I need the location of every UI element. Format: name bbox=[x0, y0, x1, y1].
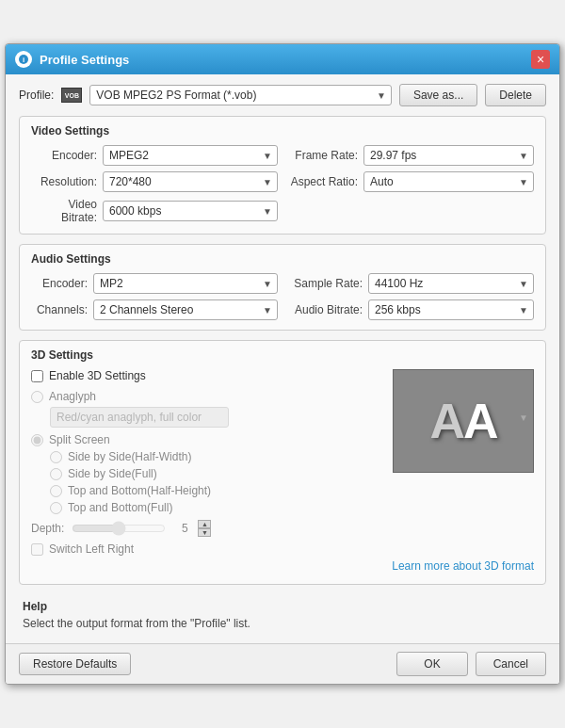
profile-settings-dialog: i Profile Settings × Profile: VOB VOB MP… bbox=[5, 43, 560, 685]
depth-label: Depth: bbox=[31, 522, 64, 535]
encoder-select-wrap: MPEG2 ▼ bbox=[103, 145, 278, 166]
profile-select-wrap: VOB MPEG2 PS Format (*.vob) ▼ bbox=[89, 85, 392, 105]
anaglyph-sub-select[interactable]: Red/cyan anaglyph, full color bbox=[50, 407, 229, 428]
anaglyph-radio[interactable] bbox=[31, 391, 43, 403]
audio-left-col: Encoder: MP2 ▼ Channels: 2 Channels bbox=[31, 273, 278, 320]
aspect-ratio-label: Aspect Ratio: bbox=[287, 175, 358, 188]
top-bottom-full-row: Top and Bottom(Full) bbox=[50, 501, 534, 514]
video-right-col: Frame Rate: 29.97 fps ▼ Aspect Ratio: bbox=[287, 145, 534, 224]
video-bitrate-row: Video Bitrate: 6000 kbps ▼ bbox=[31, 198, 278, 224]
top-bottom-half-radio[interactable] bbox=[50, 485, 62, 497]
depth-up-button[interactable]: ▲ bbox=[198, 520, 211, 528]
title-bar: i Profile Settings × bbox=[6, 44, 559, 74]
help-section: Help Select the output format from the "… bbox=[19, 594, 546, 634]
sample-rate-label: Sample Rate: bbox=[287, 277, 363, 290]
settings-3d-section: 3D Settings AA Enable 3D Settings Anagly… bbox=[19, 340, 546, 585]
video-bitrate-select-wrap: 6000 kbps ▼ bbox=[103, 201, 278, 221]
audio-encoder-select[interactable]: MP2 bbox=[93, 273, 278, 294]
resolution-row: Resolution: 720*480 ▼ bbox=[31, 171, 278, 192]
side-by-side-half-label: Side by Side(Half-Width) bbox=[68, 450, 191, 463]
video-settings-grid: Encoder: MPEG2 ▼ Resolution: 720*480 bbox=[31, 145, 534, 224]
encoder-label: Encoder: bbox=[31, 149, 97, 162]
anaglyph-sub-wrap: Red/cyan anaglyph, full color ▼ bbox=[50, 407, 534, 428]
switch-row: Switch Left Right bbox=[31, 542, 534, 556]
dialog-body: Profile: VOB VOB MPEG2 PS Format (*.vob)… bbox=[6, 74, 559, 643]
top-bottom-full-radio[interactable] bbox=[50, 502, 62, 514]
video-bitrate-select[interactable]: 6000 kbps bbox=[103, 201, 278, 221]
audio-right-col: Sample Rate: 44100 Hz ▼ Audio Bitrate: bbox=[287, 273, 534, 320]
audio-encoder-select-wrap: MP2 ▼ bbox=[93, 273, 278, 294]
switch-left-right-label: Switch Left Right bbox=[49, 542, 134, 556]
dialog-footer: Restore Defaults OK Cancel bbox=[6, 643, 559, 684]
resolution-label: Resolution: bbox=[31, 175, 97, 188]
frame-rate-select[interactable]: 29.97 fps bbox=[363, 145, 534, 166]
aspect-ratio-select[interactable]: Auto bbox=[363, 171, 534, 192]
depth-row: Depth: 5 ▲ ▼ bbox=[31, 520, 534, 537]
depth-slider[interactable] bbox=[72, 521, 166, 536]
top-bottom-full-label: Top and Bottom(Full) bbox=[68, 501, 172, 514]
audio-settings-section: Audio Settings Encoder: MP2 ▼ Channels: bbox=[19, 244, 546, 331]
footer-right: OK Cancel bbox=[396, 652, 546, 676]
channels-row: Channels: 2 Channels Stereo ▼ bbox=[31, 299, 278, 320]
dialog-title: Profile Settings bbox=[40, 53, 531, 67]
profile-row: Profile: VOB VOB MPEG2 PS Format (*.vob)… bbox=[19, 84, 546, 106]
save-as-button[interactable]: Save as... bbox=[399, 84, 477, 106]
audio-bitrate-row: Audio Bitrate: 256 kbps ▼ bbox=[287, 299, 534, 320]
help-title: Help bbox=[23, 600, 542, 613]
top-bottom-half-row: Top and Bottom(Half-Height) bbox=[50, 484, 534, 497]
delete-button[interactable]: Delete bbox=[485, 84, 546, 106]
sample-rate-select-wrap: 44100 Hz ▼ bbox=[368, 273, 534, 294]
3d-content: AA Enable 3D Settings Anaglyph Red/cyan … bbox=[31, 369, 534, 556]
side-by-side-half-row: Side by Side(Half-Width) bbox=[50, 450, 383, 463]
frame-rate-row: Frame Rate: 29.97 fps ▼ bbox=[287, 145, 534, 166]
audio-settings-title: Audio Settings bbox=[31, 252, 534, 266]
anaglyph-row: Anaglyph bbox=[31, 390, 383, 403]
enable-3d-checkbox[interactable] bbox=[31, 370, 43, 382]
depth-down-button[interactable]: ▼ bbox=[198, 528, 211, 537]
frame-rate-select-wrap: 29.97 fps ▼ bbox=[363, 145, 534, 166]
audio-bitrate-label: Audio Bitrate: bbox=[287, 303, 363, 316]
channels-select[interactable]: 2 Channels Stereo bbox=[93, 299, 278, 320]
audio-bitrate-select-wrap: 256 kbps ▼ bbox=[368, 299, 534, 320]
switch-left-right-checkbox[interactable] bbox=[31, 543, 43, 556]
profile-select[interactable]: VOB MPEG2 PS Format (*.vob) bbox=[89, 85, 392, 105]
split-screen-radio[interactable] bbox=[31, 434, 43, 446]
svg-text:i: i bbox=[23, 56, 24, 64]
close-button[interactable]: × bbox=[531, 50, 550, 69]
video-settings-title: Video Settings bbox=[31, 124, 534, 138]
profile-label: Profile: bbox=[19, 89, 54, 102]
split-screen-row: Split Screen bbox=[31, 433, 383, 446]
sample-rate-row: Sample Rate: 44100 Hz ▼ bbox=[287, 273, 534, 294]
depth-num-wrap: 5 ▲ ▼ bbox=[173, 520, 211, 537]
sample-rate-select[interactable]: 44100 Hz bbox=[368, 273, 534, 294]
video-settings-section: Video Settings Encoder: MPEG2 ▼ bbox=[19, 116, 546, 235]
anaglyph-label: Anaglyph bbox=[49, 390, 96, 403]
audio-encoder-label: Encoder: bbox=[31, 277, 88, 290]
depth-value: 5 bbox=[173, 522, 196, 535]
learn-more-link[interactable]: Learn more about 3D format bbox=[31, 559, 534, 573]
video-bitrate-label: Video Bitrate: bbox=[31, 198, 97, 224]
audio-bitrate-select[interactable]: 256 kbps bbox=[368, 299, 534, 320]
anaglyph-sub-arrow-icon: ▼ bbox=[519, 413, 528, 423]
3d-settings-title: 3D Settings bbox=[31, 348, 534, 362]
audio-encoder-row: Encoder: MP2 ▼ bbox=[31, 273, 278, 294]
resolution-select[interactable]: 720*480 bbox=[103, 171, 278, 192]
channels-select-wrap: 2 Channels Stereo ▼ bbox=[93, 299, 278, 320]
frame-rate-label: Frame Rate: bbox=[287, 149, 358, 162]
side-by-side-full-label: Side by Side(Full) bbox=[68, 467, 157, 480]
help-text: Select the output format from the "Profi… bbox=[23, 617, 542, 630]
side-by-side-full-radio[interactable] bbox=[50, 468, 62, 480]
restore-defaults-button[interactable]: Restore Defaults bbox=[19, 653, 131, 675]
video-left-col: Encoder: MPEG2 ▼ Resolution: 720*480 bbox=[31, 145, 278, 224]
split-screen-label: Split Screen bbox=[49, 433, 110, 446]
aspect-ratio-select-wrap: Auto ▼ bbox=[363, 171, 534, 192]
top-bottom-half-label: Top and Bottom(Half-Height) bbox=[68, 484, 211, 497]
depth-spinner: ▲ ▼ bbox=[198, 520, 211, 537]
encoder-select[interactable]: MPEG2 bbox=[103, 145, 278, 166]
cancel-button[interactable]: Cancel bbox=[476, 652, 546, 676]
aspect-ratio-row: Aspect Ratio: Auto ▼ bbox=[287, 171, 534, 192]
ok-button[interactable]: OK bbox=[396, 652, 467, 676]
audio-settings-grid: Encoder: MP2 ▼ Channels: 2 Channels bbox=[31, 273, 534, 320]
enable-3d-row: Enable 3D Settings bbox=[31, 369, 383, 382]
side-by-side-half-radio[interactable] bbox=[50, 451, 62, 463]
